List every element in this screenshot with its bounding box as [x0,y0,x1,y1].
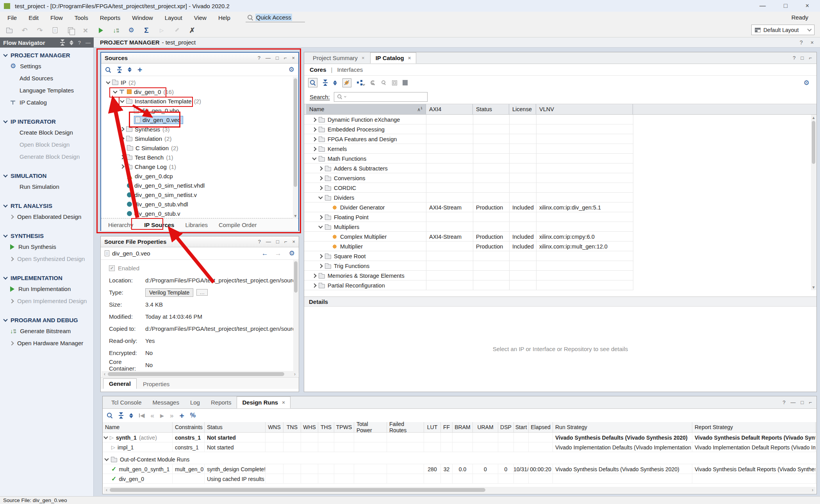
column-header-name[interactable]: Name∧1 [306,104,426,114]
column-header-total-power[interactable]: Total Power [354,422,387,432]
maximize-icon[interactable]: □ [276,239,279,245]
run-row-impl-1[interactable]: ▷impl_1constrs_1Not startedVivado Implem… [103,442,816,452]
sidebar-section-synthesis[interactable]: SYNTHESIS [0,231,93,241]
column-header-vlnv[interactable]: VLNV [536,104,633,114]
column-header-tns[interactable]: TNS [283,422,301,432]
ip-row-dividers[interactable]: Dividers [304,193,816,202]
sidebar-item-ip-catalog[interactable]: IP Catalog [0,96,93,108]
doc-tab-ip-catalog[interactable]: IP Catalog× [370,52,417,64]
close-icon[interactable]: × [282,399,285,405]
tab-messages[interactable]: Messages [147,396,185,408]
tree-item-div-gen-0-stub-vhdl[interactable]: div_gen_0_stub.vhdl [101,199,298,209]
wrench-icon[interactable] [370,80,376,85]
sidebar-item-open-synthesized-design[interactable]: Open Synthesized Design [0,253,93,265]
tab-libraries[interactable]: Libraries [180,222,212,228]
sidebar-section-rtl-analysis[interactable]: RTL ANALYSIS [0,201,93,211]
expander-closed-icon[interactable] [318,176,323,180]
toolbar-undo-button[interactable]: ↶ [21,27,29,34]
toolbar-delete-button[interactable]: × [82,26,89,34]
menu-file[interactable]: File [2,12,23,23]
tree-item-instantiation-template[interactable]: Instantiation Template(2) [101,96,298,106]
toolbar-run-button[interactable] [97,28,105,33]
expander-closed-icon[interactable] [312,137,316,141]
ip-row-adders-subtracters[interactable]: Adders & Subtracters [304,163,816,173]
column-header-ths[interactable]: THS [318,422,334,432]
column-header-license[interactable]: License [509,104,536,114]
minimize-icon[interactable]: — [791,399,796,405]
sidebar-item-generate-bitstream[interactable]: ↓0110Generate Bitstream [0,325,93,337]
toolbar-copy-button[interactable] [66,27,74,33]
expander-closed-icon[interactable] [318,166,323,170]
properties-scrollbar[interactable] [293,260,298,373]
ip-row-embedded-processing[interactable]: Embedded Processing [304,124,816,134]
ip-row-memories-storage-elements[interactable]: Memories & Storage Elements [304,271,816,280]
sidebar-item-language-templates[interactable]: Language Templates [0,84,93,96]
ip-row-divider-generator[interactable]: Divider GeneratorAXI4-StreamProductionIn… [304,202,816,212]
expand-all-icon[interactable] [333,80,337,85]
run-row-div-gen-0[interactable]: ✓div_gen_0Using cached IP results [103,474,816,484]
menu-edit[interactable]: Edit [23,12,45,23]
close-icon[interactable]: × [292,55,295,61]
column-header-name[interactable]: Name [103,422,173,432]
column-header-report-strategy[interactable]: Report Strategy [692,422,816,432]
previous-icon[interactable]: « [151,412,154,419]
tree-item-div-gen-0-sim-netlist-v[interactable]: div_gen_0_sim_netlist.v [101,190,298,199]
chip-icon[interactable] [392,80,397,85]
toolbar-settings-button[interactable]: ⚙ [127,27,135,34]
layout-selector[interactable]: Default Layout [751,25,815,35]
search-icon[interactable] [105,67,111,73]
forward-icon[interactable]: → [275,250,282,257]
tree-item-div-gen-0-sim-netlist-vhdl[interactable]: div_gen_0_sim_netlist.vhdl [101,181,298,190]
ip-row-cordic[interactable]: CORDIC [304,183,816,193]
run-row-out-of-context-module-runs[interactable]: Out-of-Context Module Runs [103,454,816,464]
column-header-status[interactable]: Status [473,104,509,114]
doc-tab-project-summary[interactable]: Project Summary× [307,52,370,64]
help-icon[interactable]: ? [793,55,795,61]
ip-row-floating-point[interactable]: Floating Point [304,212,816,222]
expand-all-icon[interactable] [129,413,133,418]
expander-open-icon[interactable] [3,119,7,123]
tree-item-test-bench[interactable]: Test Bench(1) [101,153,298,162]
ip-filter-icon[interactable] [342,78,351,87]
details-pane-icon[interactable] [403,80,408,85]
tab-design-runs[interactable]: Design Runs× [237,396,290,408]
expander-open-icon[interactable] [103,435,108,439]
run-row-mult-gen-0-synth-1[interactable]: ✓mult_gen_0_synth_1mult_gen_0synth_desig… [103,464,816,474]
ip-row-multiplier[interactable]: MultiplierProductionIncludedxilinx.com:i… [304,241,816,251]
expander-open-icon[interactable] [106,80,110,84]
gear-icon[interactable]: ⚙ [289,250,295,257]
toolbar-redo-button[interactable]: ↷ [36,27,44,34]
add-icon[interactable]: + [179,412,184,420]
collapse-all-icon[interactable] [60,39,65,46]
menu-flow[interactable]: Flow [45,12,69,23]
sidebar-item-open-elaborated-design[interactable]: Open Elaborated Design [0,211,93,223]
tree-item-synthesis[interactable]: Synthesis(3) [101,124,298,134]
column-header-tpws[interactable]: TPWS [334,422,354,432]
window-close-button[interactable]: × [806,2,809,9]
column-header-start[interactable]: Start [514,422,529,432]
column-header-failed-routes[interactable]: Failed Routes [387,422,424,432]
column-header-status[interactable]: Status [205,422,266,432]
toolbar-run-report-button[interactable]: ▷ [158,28,166,33]
ip-row-trig-functions[interactable]: Trig Functions [304,261,816,271]
expander-open-icon[interactable] [3,317,7,321]
sidebar-item-generate-block-design[interactable]: Generate Block Design [0,151,93,163]
tab-hierarchy[interactable]: Hierarchy [103,222,138,228]
ip-row-conversions[interactable]: Conversions [304,173,816,183]
help-icon[interactable]: ? [258,239,261,245]
tree-item-ip[interactable]: IP(2) [101,78,298,87]
tree-item-simulation[interactable]: Simulation(2) [101,134,298,143]
key-icon[interactable] [381,80,387,85]
tab-reports[interactable]: Reports [205,396,237,408]
ip-row-square-root[interactable]: Square Root [304,251,816,261]
add-sources-icon[interactable]: + [137,66,142,74]
sidebar-item-run-synthesis[interactable]: Run Synthesis [0,241,93,253]
expander-open-icon[interactable] [3,52,7,57]
column-header-whs[interactable]: WHS [301,422,318,432]
enabled-checkbox[interactable]: ✓ [109,265,115,271]
expander-closed-icon[interactable] [318,186,323,190]
collapse-all-icon[interactable] [323,80,328,86]
gear-icon[interactable]: ⚙ [804,80,809,86]
sources-scrollbar[interactable]: ▼ [293,77,298,219]
tree-item-div-gen-0[interactable]: div_gen_0(16) [101,87,298,96]
